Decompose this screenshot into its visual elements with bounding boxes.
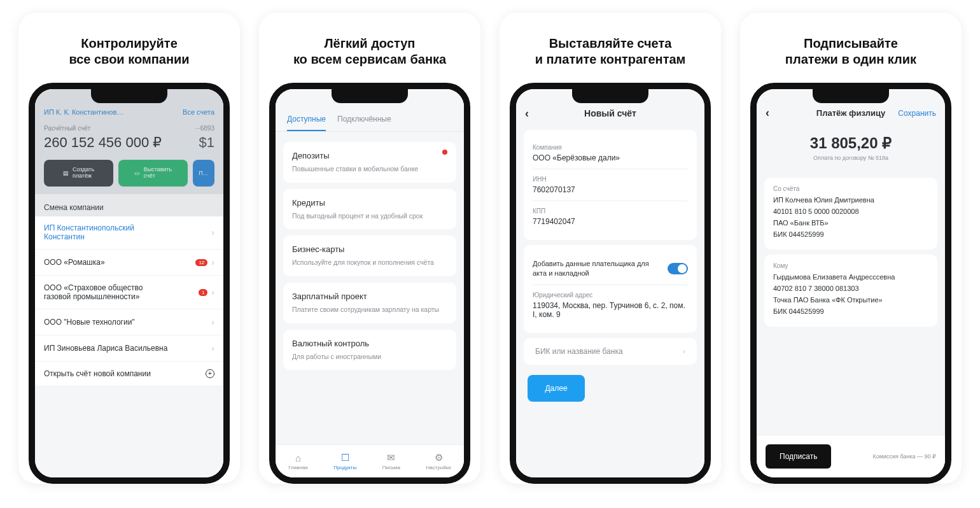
chevron-right-icon: › xyxy=(211,257,214,267)
phone-notch xyxy=(91,89,167,103)
company-item[interactable]: ООО «Ромашка» 12› xyxy=(35,250,223,276)
field-label: Юридический адрес xyxy=(533,292,688,299)
card-desc: Для работы с иностранными xyxy=(292,352,447,362)
from-account-block[interactable]: Со счёта ИП Колчева Юлия Дмитриевна 4010… xyxy=(764,178,937,250)
save-button[interactable]: Сохранить xyxy=(898,109,936,118)
notification-badge: 12 xyxy=(195,259,207,266)
commission-text: Комиссия банка — 90 ₽ xyxy=(873,453,936,460)
more-button[interactable]: П… xyxy=(193,160,214,187)
tabbar-mail[interactable]: ✉ Письма xyxy=(382,452,400,470)
to-name: Гырдымова Елизавета Андресссевна xyxy=(773,273,928,281)
card-title: Валютный контроль xyxy=(292,339,447,348)
product-card-bizcards[interactable]: Бизнес-карты Используйте для покупок и п… xyxy=(283,236,456,276)
back-button[interactable]: ‹ xyxy=(525,107,529,120)
to-account-number: 40702 810 7 38000 081303 xyxy=(773,285,928,292)
company-name: ООО «Ромашка» xyxy=(44,258,105,267)
to-bank: Точка ПАО Банка «ФК Открытие» xyxy=(773,296,928,304)
phone-frame: ‹ Новый счёт Компания ООО «Берёзовые дал… xyxy=(510,83,711,484)
chevron-right-icon: › xyxy=(211,287,214,297)
card-title: Зарплатный проект xyxy=(292,292,447,301)
card-desc: Под выгодный процент и на удобный срок xyxy=(292,211,447,221)
tabbar-products[interactable]: ☐ Продукты xyxy=(333,452,356,470)
tabbar-label: Письма xyxy=(382,465,400,470)
address-field[interactable]: Юридический адрес 119034, Москва, пер. Т… xyxy=(533,285,688,325)
bottom-tabbar: ⌂ Главная ☐ Продукты ✉ Письма ⚙ Настройк… xyxy=(276,444,464,477)
next-button[interactable]: Далее xyxy=(528,375,585,402)
tab-connected[interactable]: Подключённые xyxy=(337,108,391,131)
button-label: П… xyxy=(199,170,208,176)
account-overview: ИП К. К. Константинов… Все счета Расчётн… xyxy=(35,89,223,194)
tabbar-home[interactable]: ⌂ Главная xyxy=(288,453,307,470)
from-bank: ПАО «Банк ВТБ» xyxy=(773,219,928,227)
all-accounts-link[interactable]: Все счета xyxy=(183,108,214,116)
field-value: ООО «Берёзовые дали» xyxy=(533,153,688,162)
button-label: Создатьплатёж xyxy=(73,167,94,180)
chevron-right-icon: › xyxy=(211,227,214,237)
open-new-label: Открыть счёт новой компании xyxy=(44,369,151,378)
panel-headline: Подписывайте платежи в один клик xyxy=(740,13,962,83)
company-item[interactable]: ИП Зиновьева Лариса Васильевна › xyxy=(35,335,223,362)
home-icon: ⌂ xyxy=(295,453,301,463)
bik-placeholder: БИК или название банка xyxy=(535,347,623,356)
phone-notch xyxy=(332,89,408,103)
product-card-payroll[interactable]: Зарплатный проект Платите своим сотрудни… xyxy=(283,283,456,323)
phone-frame: Доступные Подключённые Депозиты Повышенн… xyxy=(269,83,470,484)
invoice-icon: ▭ xyxy=(134,170,140,176)
company-selector[interactable]: ИП К. К. Константинов… xyxy=(44,108,123,116)
issue-invoice-button[interactable]: ▭ Выставитьсчёт xyxy=(118,160,188,187)
panel-products: Лёгкий доступ ко всем сервисам банка Дос… xyxy=(259,13,480,484)
bik-input[interactable]: БИК или название банка › xyxy=(524,338,697,365)
notification-badge: 1 xyxy=(199,289,207,296)
phone-notch xyxy=(813,89,889,103)
tabbar-label: Главная xyxy=(288,465,307,470)
amount-card: 31 805,20 ₽ Оплата по договору № 518а xyxy=(757,123,945,173)
open-new-company[interactable]: Открыть счёт новой компании + xyxy=(35,362,223,386)
to-bik: БИК 044525999 xyxy=(773,307,928,315)
inn-field[interactable]: ИНН 7602070137 xyxy=(533,169,688,201)
company-item[interactable]: ИП Константинопольский Константин › xyxy=(35,216,223,250)
chevron-right-icon: › xyxy=(211,343,214,353)
sign-button[interactable]: Подписать xyxy=(766,444,831,469)
product-card-deposits[interactable]: Депозиты Повышенные ставки в мобильном б… xyxy=(283,142,456,183)
from-name: ИП Колчева Юлия Дмитриевна xyxy=(773,196,928,204)
back-button[interactable]: ‹ xyxy=(766,106,769,120)
headline-line1: Подписывайте xyxy=(753,36,949,52)
payer-data-block: Добавить данные плательщика для акта и н… xyxy=(524,245,697,333)
headline-line1: Контролируйте xyxy=(31,36,227,52)
to-account-block[interactable]: Кому Гырдымова Елизавета Андресссевна 40… xyxy=(764,255,937,327)
company-name: ООО "Новые технологии" xyxy=(44,318,135,327)
from-account-number: 40101 810 5 0000 0020008 xyxy=(773,208,928,215)
company-name: ИП Зиновьева Лариса Васильевна xyxy=(44,344,167,353)
tabbar-settings[interactable]: ⚙ Настройки xyxy=(426,452,451,470)
payment-purpose: Оплата по договору № 518а xyxy=(764,155,937,161)
product-card-fx[interactable]: Валютный контроль Для работы с иностранн… xyxy=(283,330,456,370)
button-label: Выставитьсчёт xyxy=(144,167,172,180)
bag-icon: ☐ xyxy=(341,452,349,463)
card-title: Кредиты xyxy=(292,198,447,208)
card-title: Депозиты xyxy=(292,151,447,160)
counterparty-block: Компания ООО «Берёзовые дали» ИНН 760207… xyxy=(524,130,697,240)
field-value: 7602070137 xyxy=(533,185,688,194)
field-value: 7719402047 xyxy=(533,217,688,226)
card-desc: Используйте для покупок и пополнения счё… xyxy=(292,258,447,267)
panel-invoice: Выставляйте счета и платите контрагентам… xyxy=(500,13,721,484)
phone-frame: ‹ Платёж физлицу Сохранить 31 805,20 ₽ О… xyxy=(750,83,951,484)
company-field[interactable]: Компания ООО «Берёзовые дали» xyxy=(533,138,688,169)
document-icon: ▤ xyxy=(63,170,69,176)
headline-line1: Лёгкий доступ xyxy=(272,36,468,52)
toggle-switch[interactable] xyxy=(668,263,688,274)
chevron-right-icon: › xyxy=(683,347,685,356)
kpp-field[interactable]: КПП 7719402047 xyxy=(533,201,688,232)
headline-line2: платежи в один клик xyxy=(753,52,949,67)
company-item[interactable]: ООО "Новые технологии" › xyxy=(35,309,223,335)
product-card-credits[interactable]: Кредиты Под выгодный процент и на удобны… xyxy=(283,189,456,230)
create-payment-button[interactable]: ▤ Создатьплатёж xyxy=(44,160,113,187)
panel-headline: Контролируйте все свои компании xyxy=(18,13,240,83)
field-value: 119034, Москва, пер. Турчинов 6, с. 2, п… xyxy=(533,301,688,319)
company-item[interactable]: ООО «Страховое общество газовой промышле… xyxy=(35,276,223,309)
panel-headline: Лёгкий доступ ко всем сервисам банка xyxy=(259,13,480,83)
field-label: ИНН xyxy=(533,176,688,183)
tab-available[interactable]: Доступные xyxy=(287,108,326,131)
card-desc: Платите своим сотрудникам зарплату на ка… xyxy=(292,305,447,314)
field-label: Компания xyxy=(533,144,688,151)
